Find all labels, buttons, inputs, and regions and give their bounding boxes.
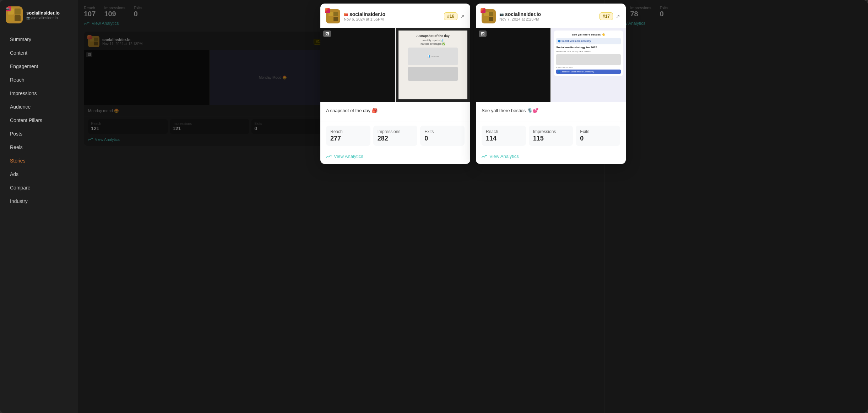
profile-handle: 📷 /socialinsider.io [26,16,60,20]
modal-stat-exits-2: Exits 0 [576,126,620,146]
sidebar-nav: Summary Content Engagement Reach Impress… [0,30,78,413]
modal-rank-badge-1: #16 [444,12,457,20]
instagram-badge-icon: 📷 [6,6,11,11]
modal-avatar-1 [326,9,340,23]
modal-overlay[interactable]: 📷 socialinsider.io Nov 6, 2024 at 1:55PM… [78,0,868,413]
modal-stat-impressions-1: Impressions 282 [373,126,418,146]
modal-account-date-1: Nov 6, 2024 at 1:55PM [344,17,385,21]
modal-stat-reach-2: Reach 114 [482,126,526,146]
sidebar-item-reels[interactable]: Reels [3,141,75,154]
sidebar-item-stories[interactable]: Stories [3,154,75,167]
modal-rank-badge-2: #17 [600,12,613,20]
modal-stat-reach-1: Reach 277 [326,126,370,146]
modal-image-1a: 🖼 [320,28,395,102]
modal-ig-badge-1 [325,8,330,13]
sidebar-item-ads[interactable]: Ads [3,168,75,181]
modal-account-date-2: Nov 7, 2024 at 2:23PM [499,17,541,21]
modal-card-2: 📷 socialinsider.io Nov 7, 2024 at 2:23PM… [476,4,626,164]
modal-stats-2: Reach 114 Impressions 115 Exits 0 [476,121,626,150]
modal-account-info-2: 📷 socialinsider.io Nov 7, 2024 at 2:23PM [499,11,541,21]
modal-analytics-icon-2 [482,154,487,159]
modal-images-1: 🖼 A snapshot of the day monthly reports … [320,28,470,102]
modal-account-name-2: 📷 socialinsider.io [499,11,541,17]
modal-container: 📷 socialinsider.io Nov 6, 2024 at 1:55PM… [320,4,626,164]
modal-image-1b: A snapshot of the day monthly reports 📊 … [396,28,470,102]
sidebar-item-reach[interactable]: Reach [3,73,75,86]
sidebar-item-content-pillars[interactable]: Content Pillars [3,114,75,127]
avatar: 📷 [6,6,23,23]
modal-account-row-2: 📷 socialinsider.io Nov 7, 2024 at 2:23PM [482,9,541,23]
modal-image-2b: See yall there besties 👋 🔵 Social Media … [551,28,626,102]
modal-analytics-icon-1 [326,154,332,159]
sidebar-header: 📷 socialinsider.io 📷 /socialinsider.io [0,0,78,30]
modal-stats-1: Reach 277 Impressions 282 Exits 0 [320,121,470,150]
modal-view-analytics-2[interactable]: View Analytics [476,150,626,164]
sidebar-item-audience[interactable]: Audience [3,100,75,113]
sidebar-item-summary[interactable]: Summary [3,33,75,46]
sidebar: 📷 socialinsider.io 📷 /socialinsider.io S… [0,0,78,413]
modal-card-header-2: 📷 socialinsider.io Nov 7, 2024 at 2:23PM… [476,4,626,26]
modal-external-link-2[interactable]: ↗ [616,13,620,19]
modal-account-info-1: 📷 socialinsider.io Nov 6, 2024 at 1:55PM [344,11,385,21]
modal-caption-1: A snapshot of the day 🎒 [320,104,470,121]
modal-account-row-1: 📷 socialinsider.io Nov 6, 2024 at 1:55PM [326,9,385,23]
modal-card-header-1: 📷 socialinsider.io Nov 6, 2024 at 1:55PM… [320,4,470,26]
modal-view-analytics-1[interactable]: View Analytics [320,150,470,164]
modal-badges-2: #17 ↗ [600,12,620,20]
image-placeholder-icon-1a: 🖼 [323,31,331,37]
image-placeholder-icon-2a: 🖼 [479,31,487,37]
modal-image-2a: 🖼 [476,28,550,102]
modal-ig-icon-2: 📷 [499,12,504,16]
profile-info: socialinsider.io 📷 /socialinsider.io [26,10,60,20]
modal-account-name-1: 📷 socialinsider.io [344,11,385,17]
instagram-small-icon: 📷 [26,16,30,20]
sidebar-item-impressions[interactable]: Impressions [3,87,75,100]
sidebar-item-content[interactable]: Content [3,46,75,59]
main-content: Reach 107 Impressions 109 Exits 0 View A… [78,0,868,413]
modal-stat-impressions-2: Impressions 115 [529,126,573,146]
modal-external-link-1[interactable]: ↗ [460,13,465,19]
sidebar-item-industry[interactable]: Industry [3,195,75,208]
modal-stat-exits-1: Exits 0 [420,126,465,146]
modal-avatar-2 [482,9,496,23]
modal-images-2: 🖼 See yall there besties 👋 🔵 Social Medi… [476,28,626,102]
modal-card-1: 📷 socialinsider.io Nov 6, 2024 at 1:55PM… [320,4,470,164]
profile-name: socialinsider.io [26,10,60,16]
modal-badges-1: #16 ↗ [444,12,465,20]
sidebar-item-posts[interactable]: Posts [3,127,75,140]
sidebar-item-engagement[interactable]: Engagement [3,60,75,73]
modal-ig-badge-2 [481,8,485,13]
modal-caption-2: See yall there besties 🎙️💕 [476,104,626,121]
sidebar-item-compare[interactable]: Compare [3,181,75,194]
modal-ig-icon-1: 📷 [344,12,348,16]
